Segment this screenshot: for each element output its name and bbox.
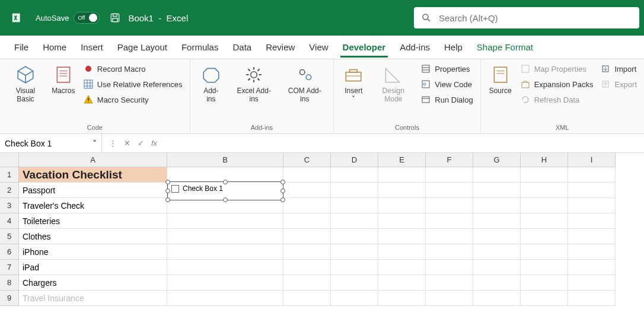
cell-G4[interactable] (473, 213, 521, 229)
macros-button[interactable]: Macros (49, 62, 78, 97)
cell-B8[interactable] (167, 275, 283, 291)
cell-D5[interactable] (331, 229, 378, 244)
cell-F5[interactable] (426, 229, 473, 244)
col-header-D[interactable]: D (331, 153, 378, 167)
cell-A5[interactable]: Clothes (19, 229, 167, 244)
row-header-1[interactable]: 1 (0, 167, 19, 183)
col-header-E[interactable]: E (378, 153, 426, 167)
row-header-4[interactable]: 4 (0, 213, 19, 229)
cell-H9[interactable] (521, 291, 568, 306)
cell-F9[interactable] (426, 291, 473, 306)
col-header-H[interactable]: H (521, 153, 568, 167)
accept-icon[interactable]: ✓ (135, 139, 146, 148)
cell-E7[interactable] (378, 260, 426, 275)
more-icon[interactable]: ⋮ (107, 139, 119, 148)
row-header-3[interactable]: 3 (0, 198, 19, 213)
cell-G7[interactable] (473, 260, 521, 275)
cell-G1[interactable] (473, 167, 521, 183)
source-button[interactable]: Source (486, 62, 515, 97)
cell-G8[interactable] (473, 275, 521, 291)
cell-A4[interactable]: Toileteries (19, 213, 167, 229)
autosave-toggle[interactable]: AutoSave Off (36, 12, 100, 24)
cell-A6[interactable]: iPhone (19, 244, 167, 260)
cell-F6[interactable] (426, 244, 473, 260)
cell-A7[interactable]: iPad (19, 260, 167, 275)
cell-G3[interactable] (473, 198, 521, 213)
tab-shape-format[interactable]: Shape Format (470, 37, 540, 57)
design-mode-button[interactable]: Design Mode (371, 62, 416, 106)
cell-B5[interactable] (167, 229, 283, 244)
cell-I2[interactable] (568, 183, 616, 198)
cell-C9[interactable] (283, 291, 331, 306)
save-icon[interactable] (109, 12, 121, 24)
fx-icon[interactable]: fx (149, 139, 160, 148)
cell-G9[interactable] (473, 291, 521, 306)
cell-C5[interactable] (283, 229, 331, 244)
cell-D1[interactable] (331, 167, 378, 183)
tab-add-ins[interactable]: Add-ins (393, 37, 437, 57)
cell-H1[interactable] (521, 167, 568, 183)
col-header-G[interactable]: G (473, 153, 521, 167)
cell-C7[interactable] (283, 260, 331, 275)
cell-B6[interactable] (167, 244, 283, 260)
checkbox-control-selected[interactable]: Check Box 1 (167, 181, 283, 200)
row-header-5[interactable]: 5 (0, 229, 19, 244)
cell-H3[interactable] (521, 198, 568, 213)
cell-B7[interactable] (167, 260, 283, 275)
cell-E3[interactable] (378, 198, 426, 213)
visual-basic-button[interactable]: Visual Basic (5, 62, 46, 106)
cell-D4[interactable] (331, 213, 378, 229)
cell-E8[interactable] (378, 275, 426, 291)
cell-F7[interactable] (426, 260, 473, 275)
cell-A9[interactable]: Travel Insurance (19, 291, 167, 306)
cell-C6[interactable] (283, 244, 331, 260)
record-macro-button[interactable]: Record Macro (81, 62, 185, 76)
cell-G5[interactable] (473, 229, 521, 244)
cell-D6[interactable] (331, 244, 378, 260)
tab-developer[interactable]: Developer (336, 37, 393, 57)
refresh-data-button[interactable]: Refresh Data (518, 92, 596, 107)
cell-I9[interactable] (568, 291, 616, 306)
row-header-7[interactable]: 7 (0, 260, 19, 275)
cell-H6[interactable] (521, 244, 568, 260)
cell-I5[interactable] (568, 229, 616, 244)
cells-area[interactable]: Vacation ChecklistPassportTraveler's Che… (19, 167, 644, 306)
com-addins-button[interactable]: COM Add-ins (280, 62, 329, 106)
row-header-2[interactable]: 2 (0, 183, 19, 198)
properties-button[interactable]: Properties (418, 62, 475, 76)
cell-F3[interactable] (426, 198, 473, 213)
cell-A1[interactable]: Vacation Checklist (19, 167, 167, 183)
expansion-packs-button[interactable]: Expansion Packs (518, 77, 596, 91)
tab-data[interactable]: Data (225, 37, 259, 57)
cell-D8[interactable] (331, 275, 378, 291)
cell-I7[interactable] (568, 260, 616, 275)
cell-C3[interactable] (283, 198, 331, 213)
view-code-button[interactable]: View Code (418, 77, 475, 91)
cell-F8[interactable] (426, 275, 473, 291)
cell-F4[interactable] (426, 213, 473, 229)
col-header-A[interactable]: A (19, 153, 167, 167)
row-header-6[interactable]: 6 (0, 244, 19, 260)
cell-F2[interactable] (426, 183, 473, 198)
name-box[interactable]: Check Box 1 ˅ (0, 134, 102, 152)
cell-C1[interactable] (283, 167, 331, 183)
cell-I3[interactable] (568, 198, 616, 213)
row-header-9[interactable]: 9 (0, 291, 19, 306)
tab-help[interactable]: Help (437, 37, 470, 57)
cell-A8[interactable]: Chargers (19, 275, 167, 291)
excel-addins-button[interactable]: Excel Add-ins (229, 62, 278, 106)
cell-H7[interactable] (521, 260, 568, 275)
tab-formulas[interactable]: Formulas (174, 37, 226, 57)
cell-H8[interactable] (521, 275, 568, 291)
map-properties-button[interactable]: Map Properties (518, 62, 596, 76)
cell-B4[interactable] (167, 213, 283, 229)
cell-H4[interactable] (521, 213, 568, 229)
cell-I1[interactable] (568, 167, 616, 183)
import-button[interactable]: Import (598, 62, 639, 76)
run-dialog-button[interactable]: Run Dialog (418, 92, 475, 107)
cell-D3[interactable] (331, 198, 378, 213)
col-header-B[interactable]: B (167, 153, 283, 167)
cell-E4[interactable] (378, 213, 426, 229)
tab-review[interactable]: Review (259, 37, 302, 57)
search-input[interactable] (439, 13, 632, 23)
